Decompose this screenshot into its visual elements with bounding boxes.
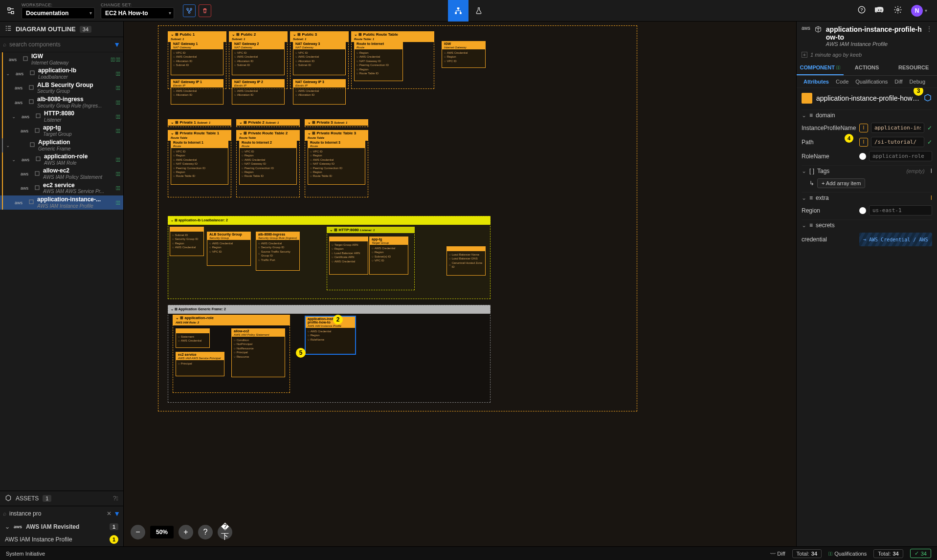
attr-label: InstanceProfileName (802, 125, 856, 131)
outline-item[interactable]: aws ALB Security GroupSecurity Group ✓⃝ (0, 81, 123, 95)
instance-profile-name-input[interactable] (871, 123, 924, 133)
svg-rect-16 (30, 71, 34, 75)
outline-item[interactable]: ⌄ aws application-roleAWS IAM Role ✓⃝ (0, 152, 123, 167)
delete-button[interactable] (199, 4, 211, 17)
search-icon: ⌕ (3, 41, 6, 48)
outline-item[interactable]: aws alb-8080-ingressSecurity Group Rule … (0, 95, 123, 109)
callout-badge-1: 1 (110, 535, 118, 544)
diagram-view-button[interactable] (448, 0, 468, 22)
zoom-in-button[interactable]: + (178, 525, 193, 539)
outline-header: DIAGRAM OUTLINE 34 (0, 22, 123, 37)
total-pill: Total: 34 (792, 549, 822, 558)
zoom-out-button[interactable]: − (131, 525, 145, 539)
section-domain: domain (816, 112, 835, 119)
link-dot-icon[interactable] (859, 153, 866, 160)
asset-category[interactable]: ⌄ aws AWS IAM Revisited 1 (0, 521, 123, 533)
attr-label: RoleName (802, 153, 856, 160)
right-panel: aws application-instance-profile-how-to … (796, 22, 937, 546)
outline-item[interactable]: ⌄ ApplicationGeneric Frame (0, 138, 123, 152)
section-extra: extra (816, 194, 829, 201)
svg-rect-8 (455, 12, 457, 14)
outline-item[interactable]: aws allow-ec2AWS IAM Policy Statement ✓⃝ (0, 167, 123, 181)
right-panel-tabs: COMPONENT ✓⃝ACTIONSRESOURCE (797, 61, 937, 76)
filter-icon[interactable]: ▼ (113, 41, 120, 48)
outline-item[interactable]: aws IGWInternet Gateway ✓⃝✓⃝ (0, 52, 123, 66)
svg-point-12 (878, 10, 879, 11)
credential-value[interactable]: ⊸ AWS Credential / AWS (859, 233, 932, 246)
outline-count: 34 (80, 26, 91, 33)
more-icon[interactable]: ⋮ (926, 25, 932, 32)
outline-search-input[interactable] (8, 39, 112, 50)
settings-icon[interactable] (893, 5, 902, 16)
tags-empty: (empty) (906, 168, 924, 174)
zoom-help-button[interactable]: ? (198, 525, 213, 539)
role-name-input[interactable] (869, 151, 932, 161)
tab-component[interactable]: COMPONENT ✓⃝ (797, 61, 844, 75)
svg-rect-23 (35, 172, 39, 175)
subtab-code[interactable]: Code (836, 79, 848, 85)
region-input[interactable] (869, 205, 932, 215)
chevron-down-icon[interactable]: ⌄ (802, 222, 806, 229)
merge-button[interactable] (183, 4, 196, 17)
path-input[interactable] (871, 137, 924, 147)
callout-badge-4: 4 (845, 134, 853, 143)
chevron-down-icon: ⌄ (5, 523, 10, 530)
svg-rect-25 (29, 200, 33, 204)
subtab-debug[interactable]: Debug (910, 79, 925, 85)
svg-rect-0 (8, 8, 10, 10)
caret-down-icon[interactable]: ▾ (925, 8, 927, 13)
svg-point-14 (897, 9, 899, 11)
assets-search-input[interactable] (8, 508, 105, 519)
chevron-down-icon[interactable]: ⌄ (802, 168, 806, 174)
text-cursor-icon[interactable]: I (859, 124, 868, 132)
asset-category-label: AWS IAM Revisited (26, 523, 79, 530)
changeset-select[interactable]: EC2 HA How-to (101, 7, 174, 19)
zoom-value: 50% (150, 526, 174, 538)
color-swatch[interactable] (802, 93, 812, 104)
top-bar: WORKSPACE: Documentation ▾ CHANGE SET: E… (0, 0, 937, 22)
hex-icon (5, 495, 12, 503)
tab-resource[interactable]: RESOURCE (890, 61, 937, 75)
help-icon[interactable]: ?⃝ (113, 495, 118, 502)
list-icon: ≡ (809, 194, 813, 201)
tab-actions[interactable]: ACTIONS (844, 61, 891, 75)
text-cursor-icon[interactable]: I (931, 168, 932, 174)
text-cursor-icon[interactable]: I (931, 194, 932, 201)
workspace-select[interactable]: Documentation (22, 7, 95, 19)
asset-item[interactable]: AWS IAM Instance Profile 1 (0, 533, 123, 546)
clear-icon[interactable]: ✕ (107, 510, 112, 517)
filter-icon[interactable]: ▼ (113, 510, 120, 517)
cube-icon (814, 25, 822, 35)
diff-icon[interactable]: 〰 Diff (770, 551, 785, 557)
discord-icon[interactable] (875, 6, 885, 15)
subtab-qualifications[interactable]: Qualifications (855, 79, 888, 85)
chevron-down-icon[interactable]: ⌄ (802, 112, 806, 119)
svg-rect-19 (36, 114, 40, 118)
check-icon: ✓ (927, 139, 932, 146)
download-button[interactable]: �下 (218, 525, 232, 539)
outline-item[interactable]: aws application-instance-...AWS IAM Inst… (0, 195, 123, 210)
app-logo[interactable] (4, 4, 18, 18)
asset-category-count: 1 (110, 523, 118, 530)
help-icon[interactable]: ? (857, 5, 866, 16)
svg-rect-20 (35, 129, 39, 132)
diagram-canvas[interactable]: ⌄ ⊞ Public 1Subnet: 1⌄ ⊞ Public 2Subnet:… (124, 22, 796, 546)
lab-view-button[interactable] (468, 0, 489, 22)
add-array-item-button[interactable]: + Add array item (817, 178, 865, 188)
outline-item[interactable]: ⌄ aws application-lbLoadbalancer ✓⃝ (0, 66, 123, 81)
link-dot-icon[interactable] (859, 207, 866, 214)
text-cursor-icon[interactable]: I (859, 138, 868, 147)
cube-icon[interactable] (923, 93, 932, 104)
user-avatar[interactable]: N (911, 5, 923, 17)
outline-item[interactable]: ⌄ aws HTTP:8080Listener ✓⃝ (0, 109, 123, 124)
subtab-diff[interactable]: Diff (894, 79, 902, 85)
outline-item[interactable]: aws ec2 serviceAWS IAM AWS Service Pr...… (0, 181, 123, 195)
outline-item[interactable]: aws app-tgTarget Group ✓⃝ (0, 124, 123, 138)
changeset-label: CHANGE SET: (101, 2, 174, 7)
chevron-down-icon[interactable]: ⌄ (802, 194, 806, 201)
qualifications-label[interactable]: ✓⃝Qualifications (828, 551, 867, 557)
footer: System Initiative 〰 Diff Total: 34 ✓⃝Qua… (0, 546, 937, 560)
svg-point-6 (188, 11, 190, 13)
asset-item-label: AWS IAM Instance Profile (5, 536, 72, 543)
subtab-attributes[interactable]: Attributes (803, 79, 829, 85)
